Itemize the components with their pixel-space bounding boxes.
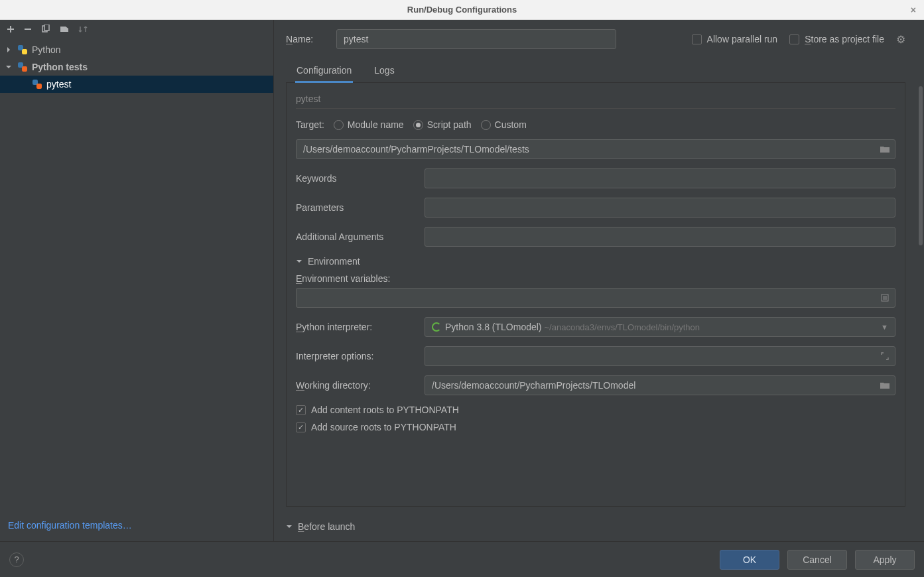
separator	[296, 108, 895, 109]
tree-node-python[interactable]: Python	[0, 41, 273, 58]
sidebar: Python Python tests pytest Edit configur…	[0, 20, 274, 541]
name-input[interactable]	[336, 29, 616, 49]
expand-icon[interactable]	[879, 350, 891, 362]
interpreter-path: ~/anaconda3/envs/TLOmodel/bin/python	[545, 322, 700, 332]
svg-rect-4	[44, 25, 49, 31]
cancel-button[interactable]: Cancel	[787, 550, 847, 570]
checkbox-icon	[789, 34, 799, 44]
radio-script-path[interactable]: Script path	[413, 119, 472, 130]
allow-parallel-checkbox[interactable]: Allow parallel run	[692, 34, 778, 44]
tabs: Configuration Logs	[286, 60, 905, 83]
list-icon[interactable]	[879, 292, 891, 304]
python-icon	[17, 44, 28, 55]
env-vars-label: Environment variables:	[296, 273, 895, 284]
additional-args-label: Additional Arguments	[296, 231, 415, 242]
workdir-label: Working directory:	[296, 380, 415, 391]
dialog-titlebar: Run/Debug Configurations ×	[0, 0, 924, 20]
tab-logs[interactable]: Logs	[373, 60, 395, 82]
tree-label: Python tests	[32, 62, 88, 72]
target-path-value: /Users/demoaccount/PycharmProjects/TLOmo…	[303, 144, 529, 155]
interpreter-combo[interactable]: Python 3.8 (TLOmodel) ~/anaconda3/envs/T…	[425, 317, 895, 337]
radio-icon	[481, 120, 491, 130]
tree-node-pytest[interactable]: pytest	[0, 76, 273, 93]
help-icon[interactable]: ?	[9, 552, 24, 567]
allow-parallel-label: Allow parallel run	[707, 34, 778, 44]
section-pytest-label: pytest	[296, 94, 895, 104]
source-roots-checkbox[interactable]: Add source roots to PYTHONPATH	[296, 422, 895, 432]
gear-icon[interactable]: ⚙	[896, 33, 905, 46]
workdir-value: /Users/demoaccount/PycharmProjects/TLOmo…	[432, 380, 635, 391]
tree-node-python-tests[interactable]: Python tests	[0, 58, 273, 76]
python-tests-icon	[17, 62, 28, 72]
ok-button[interactable]: OK	[720, 550, 779, 570]
tree-label: pytest	[46, 79, 71, 90]
additional-args-input[interactable]	[425, 227, 895, 247]
interpreter-name: Python 3.8 (TLOmodel)	[445, 322, 542, 332]
environment-section-toggle[interactable]: Environment	[296, 256, 895, 267]
apply-button[interactable]: Apply	[855, 550, 915, 570]
footer: ? OK Cancel Apply	[0, 541, 924, 577]
tree-label: Python	[32, 44, 61, 55]
svg-rect-1	[7, 29, 14, 30]
configuration-panel: pytest Target: Module name Script path C…	[286, 83, 905, 507]
source-roots-label: Add source roots to PYTHONPATH	[311, 422, 456, 432]
keywords-input[interactable]	[425, 168, 895, 188]
parameters-label: Parameters	[296, 202, 415, 213]
checkbox-icon	[296, 405, 306, 415]
folder-icon[interactable]	[879, 379, 891, 391]
interp-opts-label: Interpreter options:	[296, 351, 415, 361]
parameters-input[interactable]	[425, 198, 895, 218]
radio-module-name[interactable]: Module name	[334, 119, 404, 130]
loading-icon	[432, 322, 441, 332]
target-label: Target:	[296, 119, 324, 130]
checkbox-icon	[296, 422, 306, 432]
workdir-input[interactable]: /Users/demoaccount/PycharmProjects/TLOmo…	[425, 375, 895, 395]
target-path-input[interactable]: /Users/demoaccount/PycharmProjects/TLOmo…	[296, 139, 895, 159]
radio-icon	[334, 120, 344, 130]
add-icon[interactable]	[7, 25, 15, 33]
radio-icon	[413, 120, 423, 130]
content-area: Name: Allow parallel run Store as projec…	[274, 20, 924, 541]
store-project-checkbox[interactable]: Store as project file	[789, 34, 884, 44]
sort-icon[interactable]	[78, 25, 88, 34]
checkbox-icon	[692, 34, 702, 44]
save-template-icon[interactable]	[60, 25, 69, 34]
before-launch-label: Before launch	[298, 521, 355, 532]
interpreter-label: Python interpreter:	[296, 322, 415, 332]
pytest-icon	[32, 79, 42, 90]
chevron-right-icon	[5, 46, 13, 53]
tab-configuration[interactable]: Configuration	[295, 60, 353, 83]
svg-rect-2	[25, 29, 31, 30]
keywords-label: Keywords	[296, 173, 415, 184]
close-icon[interactable]: ×	[911, 5, 916, 15]
content-roots-label: Add content roots to PYTHONPATH	[311, 405, 459, 415]
copy-icon[interactable]	[41, 25, 50, 34]
interp-opts-input[interactable]	[425, 346, 895, 366]
environment-header-label: Environment	[308, 256, 360, 267]
chevron-down-icon	[5, 64, 13, 70]
content-roots-checkbox[interactable]: Add content roots to PYTHONPATH	[296, 405, 895, 415]
radio-custom-label: Custom	[495, 119, 527, 130]
folder-icon[interactable]	[879, 143, 891, 155]
scrollbar[interactable]	[917, 20, 924, 541]
radio-script-label: Script path	[427, 119, 472, 130]
chevron-down-icon: ▼	[881, 323, 888, 331]
radio-custom[interactable]: Custom	[481, 119, 527, 130]
name-label: Name:	[286, 34, 322, 44]
scroll-thumb[interactable]	[919, 86, 923, 245]
env-vars-input[interactable]	[296, 288, 895, 308]
radio-module-label: Module name	[348, 119, 404, 130]
store-project-label: Store as project file	[805, 34, 884, 44]
dialog-title: Run/Debug Configurations	[407, 5, 517, 15]
remove-icon[interactable]	[24, 25, 32, 33]
config-tree: Python Python tests pytest	[0, 38, 273, 513]
before-launch-section-toggle[interactable]: Before launch	[286, 521, 905, 532]
edit-templates-link[interactable]: Edit configuration templates…	[8, 520, 132, 531]
sidebar-toolbar	[0, 20, 273, 38]
